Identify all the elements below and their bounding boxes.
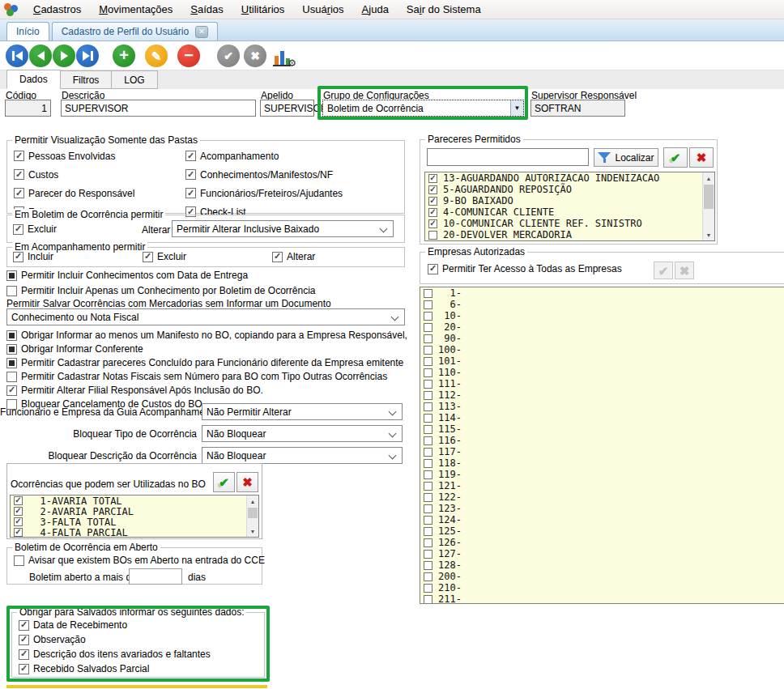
list-item[interactable]: 20- [420, 321, 784, 333]
checkbox[interactable] [428, 185, 437, 194]
pasta-checkbox-row[interactable]: Parecer do Responsável [14, 188, 185, 199]
list-item[interactable]: 110- [420, 367, 784, 378]
checkbox[interactable] [424, 357, 432, 366]
checkbox[interactable] [424, 402, 432, 411]
cancel-button[interactable]: ✖ [244, 45, 266, 67]
list-item[interactable]: 101- [420, 355, 784, 367]
checkbox[interactable] [424, 538, 432, 547]
acompanhamento-checkbox-row[interactable]: Incluir [13, 251, 143, 262]
menu-item[interactable]: Movimentações [90, 3, 181, 15]
checkbox[interactable] [6, 330, 17, 341]
pareceres-listbox[interactable]: 13-AGUARDANDO AUTORIZACAO INDENIZACAO 5-… [424, 172, 715, 241]
list-item[interactable]: 10-COMUNICAR CLIENTE REF. SINISTRO [425, 218, 714, 229]
scroll-up-icon[interactable]: ▲ [703, 172, 714, 184]
scroll-down-icon[interactable]: ▼ [247, 525, 258, 537]
scroll-up-icon[interactable]: ▲ [247, 495, 258, 507]
checkbox[interactable] [424, 493, 432, 502]
checkbox[interactable] [424, 391, 432, 400]
checkbox[interactable] [424, 289, 432, 298]
checkbox[interactable] [424, 323, 432, 332]
checkbox[interactable] [424, 436, 432, 445]
checkbox[interactable] [428, 219, 437, 228]
option-checkbox-row[interactable]: Permitir Alterar Filial Responsável Após… [6, 385, 407, 396]
apelido-field[interactable]: SUPERVISOR [260, 100, 314, 117]
checkbox[interactable] [185, 151, 196, 161]
list-item[interactable]: 1- [420, 287, 784, 299]
list-item[interactable]: 3-FALTA TOTAL [11, 517, 258, 527]
combobox[interactable]: Não Bloquear [202, 447, 403, 464]
checkbox[interactable] [424, 595, 432, 604]
list-item[interactable]: 9-BO BAIXADO [425, 195, 714, 206]
checkbox[interactable] [13, 252, 23, 262]
list-item[interactable]: 116- [420, 435, 784, 446]
list-item[interactable]: 114- [420, 412, 784, 423]
list-item[interactable]: 119- [420, 469, 784, 480]
previous-record-button[interactable] [29, 45, 52, 67]
pasta-checkbox-row[interactable]: Funcionários/Freteiros/Ajudantes [185, 188, 343, 199]
checkbox[interactable] [6, 385, 17, 396]
checkbox[interactable] [424, 550, 432, 559]
checkbox[interactable] [6, 286, 17, 296]
combobox[interactable]: Não Permitir Alterar [202, 403, 403, 420]
list-item[interactable]: 20-DEVOLVER MERCADORIA [425, 229, 714, 240]
checkbox[interactable] [424, 414, 432, 423]
list-item[interactable]: 126- [420, 537, 784, 548]
list-item[interactable]: 113- [420, 401, 784, 412]
checkbox[interactable] [14, 528, 23, 537]
checkbox[interactable] [424, 380, 432, 389]
pasta-checkbox-row[interactable]: Acompanhamento [185, 151, 343, 162]
checkbox[interactable] [428, 197, 437, 206]
scroll-down-icon[interactable]: ▼ [703, 229, 714, 240]
alterar-combobox[interactable]: Permitir Alterar Inclusive Baixado [172, 220, 394, 237]
add-record-button[interactable]: + [113, 45, 135, 67]
checkbox[interactable] [424, 572, 432, 581]
tab-cadastro-perfil-usuario[interactable]: Cadastro de Perfil do Usuário ✕ [52, 22, 218, 40]
list-item[interactable]: 112- [420, 389, 784, 401]
scrollbar[interactable]: ▲ ▼ [702, 172, 714, 240]
first-record-button[interactable] [6, 45, 28, 67]
list-item[interactable]: 124- [420, 514, 784, 525]
page-tab[interactable]: Filtros [60, 70, 113, 89]
page-tab[interactable]: LOG [111, 70, 157, 89]
checkbox[interactable] [424, 527, 432, 536]
list-item[interactable]: 4-FALTA PARCIAL [11, 527, 258, 538]
checkbox[interactable] [19, 649, 29, 660]
checkbox[interactable] [424, 459, 432, 468]
checkbox[interactable] [6, 358, 17, 368]
checkbox[interactable] [424, 584, 432, 593]
list-item[interactable]: 1-AVARIA TOTAL [11, 495, 258, 506]
checkbox[interactable] [428, 264, 438, 274]
acompanhamento-checkbox-row[interactable]: Excluir [143, 251, 272, 262]
list-item[interactable]: 90- [420, 333, 784, 344]
option-checkbox-row[interactable]: Obrigar Informar ao menos um Manifesto n… [6, 330, 407, 341]
delete-record-button[interactable]: − [177, 45, 200, 67]
list-item[interactable]: 211- [420, 593, 784, 604]
edit-record-button[interactable]: ✎ [145, 45, 168, 67]
list-item[interactable]: 4-COMUNICAR CLIENTE [425, 206, 714, 218]
descricao-field[interactable]: SUPERVISOR [61, 100, 256, 117]
menu-item[interactable]: Usuários [293, 3, 352, 15]
list-item[interactable]: 122- [420, 491, 784, 503]
checkbox[interactable] [428, 174, 437, 183]
confirm-button[interactable]: ✔ [217, 45, 240, 67]
checkbox[interactable] [14, 507, 23, 516]
option-checkbox-row[interactable]: Permitir Cadastrar pareceres Concluído p… [6, 357, 407, 368]
checkbox[interactable] [424, 334, 432, 343]
option-checkbox-row[interactable]: Permitir Incluir Apenas um Conhecimento … [6, 285, 316, 296]
menu-item[interactable]: Cadastros [24, 3, 90, 15]
list-item[interactable]: 100- [420, 344, 784, 355]
checkbox[interactable] [185, 188, 196, 198]
list-item[interactable]: 125- [420, 525, 784, 537]
checkbox[interactable] [14, 188, 24, 198]
checkbox[interactable] [424, 312, 432, 321]
combobox[interactable]: Não Bloquear [202, 425, 403, 442]
scrollbar[interactable]: ▲ ▼ [246, 495, 258, 537]
excluir-checkbox-row[interactable]: Excluir [13, 223, 57, 235]
pasta-checkbox-row[interactable]: Custos [14, 169, 185, 181]
list-item[interactable]: 117- [420, 446, 784, 457]
grupo-configuracoes-combobox[interactable]: Boletim de Ocorrência ▼ [322, 100, 524, 117]
checkbox[interactable] [19, 635, 29, 645]
list-item[interactable]: 118- [420, 457, 784, 469]
list-item[interactable]: 5-AGUARDANDO REPOSIÇÃO [425, 184, 714, 195]
checkbox[interactable] [6, 270, 17, 281]
